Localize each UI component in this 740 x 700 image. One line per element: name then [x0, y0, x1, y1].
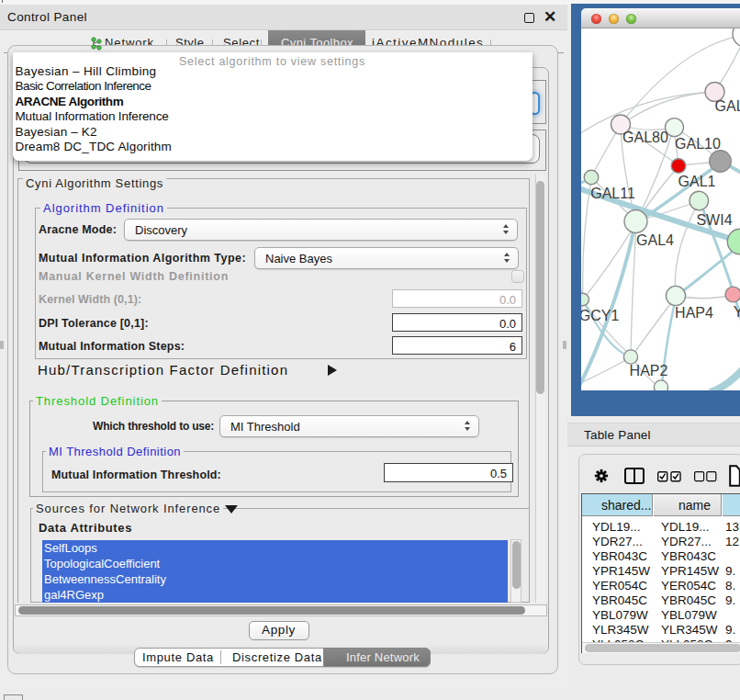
svg-text:GAL11: GAL11	[590, 186, 635, 201]
svg-text:HAP4: HAP4	[675, 305, 713, 321]
svg-text:GAL80: GAL80	[622, 130, 668, 145]
svg-text:GAL10: GAL10	[675, 136, 721, 152]
svg-text:GCY1: GCY1	[581, 308, 619, 323]
svg-text:HAP2: HAP2	[630, 363, 668, 378]
svg-text:GAL1: GAL1	[678, 174, 716, 189]
svg-text:GAL4: GAL4	[636, 232, 674, 248]
svg-text:Y: Y	[734, 304, 740, 320]
svg-text:SWI4: SWI4	[696, 212, 732, 228]
svg-text:GAL7: GAL7	[715, 98, 740, 114]
